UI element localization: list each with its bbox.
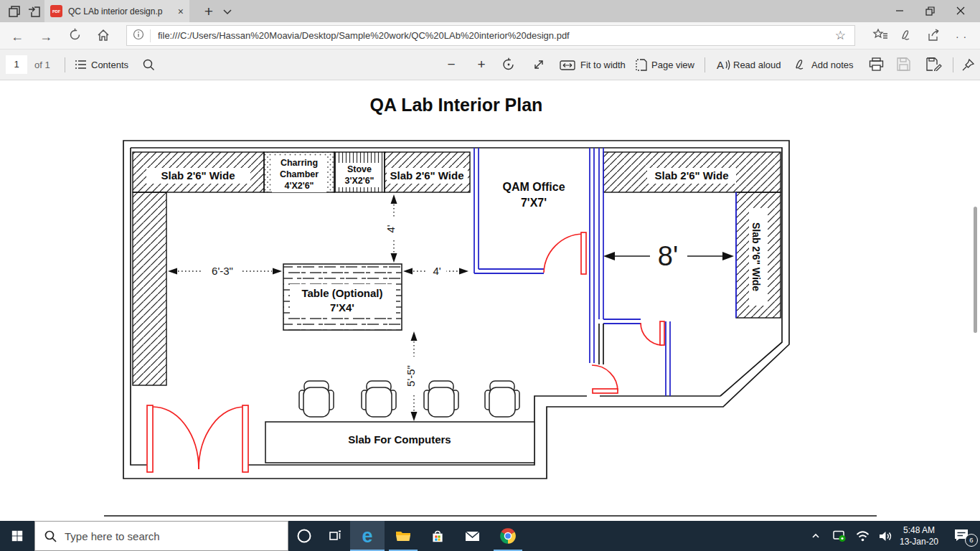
address-divider [150, 29, 151, 42]
window-close-button[interactable] [946, 0, 976, 22]
add-notes-icon[interactable] [793, 59, 809, 75]
fit-to-width-label[interactable]: Fit to width [580, 60, 626, 70]
tab-preview-icon[interactable] [7, 4, 22, 19]
cortana-button[interactable] [288, 521, 320, 551]
slab-top-right: Slab 2'6" Wide [603, 152, 781, 192]
svg-text:3'X2'6": 3'X2'6" [344, 176, 374, 186]
set-tabs-aside-icon[interactable] [27, 4, 42, 19]
save-as-icon[interactable] [926, 57, 942, 74]
page-view-label[interactable]: Page view [651, 60, 694, 70]
svg-text:Chamber: Chamber [280, 169, 319, 179]
print-icon[interactable] [869, 57, 884, 75]
active-tab[interactable]: PDF QC LAb interior design.p × [44, 0, 189, 22]
taskbar-edge-button[interactable]: e [350, 521, 385, 551]
clock-time: 5:48 AM [895, 524, 943, 536]
read-aloud-icon[interactable]: A [716, 59, 730, 74]
read-aloud-label[interactable]: Read aloud [733, 60, 781, 70]
taskbar-mail-button[interactable] [455, 521, 489, 551]
refresh-icon[interactable] [66, 28, 83, 45]
taskbar: Type here to search e [0, 521, 980, 551]
zoom-out-icon[interactable]: − [441, 55, 461, 75]
taskbar-chrome-button[interactable] [491, 521, 525, 551]
corridor-door [592, 365, 618, 393]
share-icon[interactable] [925, 28, 943, 45]
rotate-icon[interactable] [501, 57, 516, 75]
back-icon[interactable]: ← [9, 28, 26, 45]
task-view-button[interactable] [320, 521, 350, 551]
search-input[interactable]: Type here to search [34, 521, 288, 551]
web-note-pen-icon[interactable] [898, 28, 915, 45]
svg-text:Slab 2'6" Wide: Slab 2'6" Wide [161, 169, 235, 182]
svg-text:7'X4': 7'X4' [330, 301, 354, 314]
dimension-6-3: 6'-3" [168, 263, 282, 278]
home-icon[interactable] [95, 28, 112, 45]
page-view-icon[interactable] [636, 59, 647, 74]
qam-office-label: QAM Office 7'X7' [502, 181, 565, 209]
svg-text:e: e [362, 525, 372, 547]
settings-ellipsis-icon[interactable]: · · · [953, 28, 970, 45]
favorites-hub-icon[interactable] [872, 28, 889, 45]
svg-text:Table (Optional): Table (Optional) [301, 287, 382, 299]
url-text[interactable]: file:///C:/Users/Hassan%20Moavia/Desktop… [158, 30, 826, 41]
tray-clock[interactable]: 5:48 AM 13-Jan-20 [895, 524, 943, 547]
tab-bar: PDF QC LAb interior design.p × + [0, 0, 980, 22]
forward-icon[interactable]: → [37, 28, 55, 45]
svg-text:6'-3": 6'-3" [212, 265, 233, 277]
chair-icon [362, 381, 396, 417]
contents-label[interactable]: Contents [91, 60, 128, 70]
tab-title: QC LAb interior design.p [68, 6, 174, 17]
new-tab-button[interactable]: + [198, 1, 220, 22]
favorite-star-icon[interactable]: ☆ [826, 28, 854, 43]
tray-device-icon[interactable] [828, 521, 851, 551]
svg-text:Stove: Stove [347, 164, 372, 174]
action-center-button[interactable]: 6 [947, 521, 980, 551]
small-room-door [641, 321, 664, 345]
save-icon[interactable] [897, 57, 910, 74]
page-number-input[interactable]: 1 [6, 55, 27, 74]
svg-text:Charring: Charring [281, 158, 318, 168]
tray-show-hidden-icons-chevron[interactable] [805, 521, 826, 551]
tray-wifi-icon[interactable] [851, 521, 874, 551]
tab-list-chevron-icon[interactable] [220, 4, 235, 19]
chair-icon [485, 381, 519, 417]
pdf-page-bottom-edge [104, 515, 877, 517]
site-info-icon[interactable] [127, 29, 150, 43]
pdf-search-icon[interactable] [142, 58, 155, 74]
taskbar-file-explorer-button[interactable] [386, 521, 420, 551]
start-button[interactable] [0, 521, 34, 551]
screen: PDF QC LAb interior design.p × + ← → [0, 0, 980, 551]
slab-top-left: Slab 2'6" Wide [133, 152, 264, 385]
optional-table: Table (Optional) 7'X4' [283, 264, 402, 330]
tray-volume-icon[interactable] [874, 521, 897, 551]
pdf-file-icon: PDF [50, 5, 62, 17]
add-notes-label[interactable]: Add notes [811, 60, 854, 70]
svg-text:A: A [717, 59, 724, 71]
fit-to-width-icon[interactable] [560, 60, 575, 73]
address-bar[interactable]: file:///C:/Users/Hassan%20Moavia/Desktop… [126, 25, 855, 46]
computer-slab: Slab For Computers [265, 422, 534, 463]
pdf-toolbar: 1 of 1 Contents − + Fit to width Page vi… [0, 50, 980, 80]
svg-text:Slab 2'6" Wide: Slab 2'6" Wide [390, 169, 463, 182]
toolbar-divider [953, 57, 953, 72]
corridor-wall-stub [599, 324, 603, 364]
scrollbar-thumb[interactable] [974, 207, 977, 333]
dimension-8: 8' [603, 237, 734, 271]
svg-text:5'-5": 5'-5" [405, 365, 417, 387]
contents-icon[interactable] [75, 59, 87, 73]
office-door [544, 232, 586, 274]
slab-top-mid: Slab 2'6" Wide [385, 152, 470, 192]
window-minimize-button[interactable] [885, 0, 915, 22]
fullscreen-icon[interactable] [532, 58, 545, 74]
svg-text:QAM Office: QAM Office [502, 181, 565, 193]
floor-plan: Slab 2'6" Wide Charring Chamber 4'X2'6" … [0, 0, 980, 551]
toolbar-divider [65, 57, 65, 72]
window-restore-button[interactable] [915, 0, 945, 22]
clock-date: 13-Jan-20 [895, 536, 943, 547]
svg-text:Slab For Computers: Slab For Computers [348, 433, 451, 446]
zoom-in-icon[interactable]: + [471, 55, 491, 75]
chair-icon [299, 381, 334, 417]
taskbar-store-button[interactable] [420, 521, 455, 551]
search-icon [44, 529, 57, 543]
unpin-toolbar-icon[interactable] [961, 58, 975, 75]
tab-close-icon[interactable]: × [178, 6, 184, 17]
